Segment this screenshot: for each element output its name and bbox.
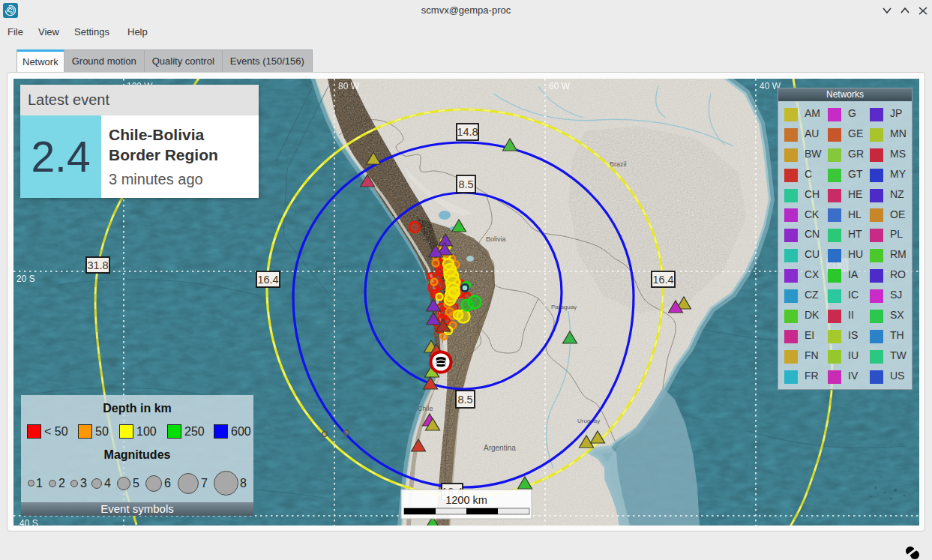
svg-text:60 W: 60 W	[549, 81, 571, 91]
svg-text:Bolivia: Bolivia	[486, 235, 506, 243]
svg-text:80 W: 80 W	[338, 81, 360, 91]
svg-text:Chile: Chile	[418, 405, 433, 412]
svg-text:16.4: 16.4	[257, 274, 278, 286]
svg-text:Argentina: Argentina	[484, 444, 516, 452]
svg-text:Brazil: Brazil	[610, 160, 627, 168]
svg-text:40 S: 40 S	[19, 518, 38, 526]
svg-text:1200 km: 1200 km	[445, 494, 487, 506]
svg-text:8.5: 8.5	[458, 178, 473, 190]
svg-text:20 S: 20 S	[16, 274, 35, 284]
svg-text:16.4: 16.4	[652, 274, 673, 286]
svg-text:31.8: 31.8	[87, 259, 108, 271]
svg-text:8.5: 8.5	[457, 394, 472, 406]
svg-text:14.8: 14.8	[457, 126, 478, 138]
svg-text:Paraguay: Paraguay	[551, 304, 577, 310]
svg-text:Uruguay: Uruguay	[577, 418, 600, 424]
